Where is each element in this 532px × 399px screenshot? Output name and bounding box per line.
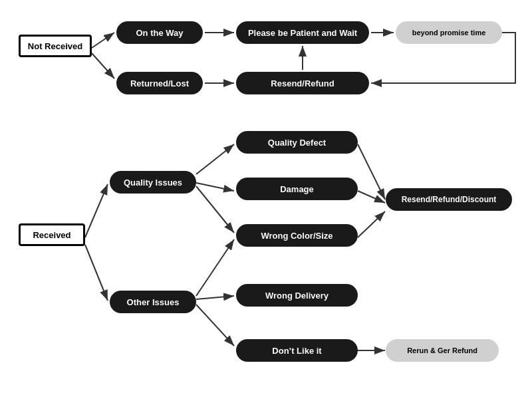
svg-line-3 bbox=[92, 53, 114, 78]
received-node: Received bbox=[19, 223, 85, 246]
svg-line-12 bbox=[196, 186, 234, 233]
please-wait-node: Please be Patient and Wait bbox=[236, 21, 369, 44]
svg-line-8 bbox=[85, 184, 108, 237]
svg-line-15 bbox=[196, 305, 234, 346]
other-issues-node: Other Issues bbox=[110, 291, 196, 313]
on-the-way-node: On the Way bbox=[116, 21, 203, 44]
returned-lost-node: Returned/Lost bbox=[116, 72, 203, 94]
wrong-color-node: Wrong Color/Size bbox=[236, 224, 358, 247]
svg-line-2 bbox=[92, 33, 114, 48]
svg-line-11 bbox=[196, 183, 234, 191]
svg-line-10 bbox=[196, 144, 234, 174]
beyond-promise-node: beyond promise time bbox=[396, 21, 502, 44]
return-refund-node: Rerun & Ger Refund bbox=[386, 339, 499, 362]
wrong-delivery-node: Wrong Delivery bbox=[236, 284, 358, 307]
not-received-node: Not Received bbox=[19, 35, 92, 57]
resend-discount-node: Resend/Refund/Discount bbox=[386, 188, 512, 211]
svg-line-16 bbox=[358, 144, 385, 200]
svg-line-13 bbox=[196, 296, 234, 299]
svg-line-18 bbox=[358, 211, 385, 237]
resend-refund-top-node: Resend/Refund bbox=[236, 72, 369, 94]
dont-like-node: Don’t Like it bbox=[236, 339, 358, 362]
quality-issues-node: Quality Issues bbox=[110, 171, 196, 194]
quality-defect-node: Quality Defect bbox=[236, 131, 358, 154]
svg-line-9 bbox=[85, 245, 108, 301]
svg-line-17 bbox=[358, 191, 385, 203]
svg-line-14 bbox=[196, 239, 234, 296]
damage-node: Damage bbox=[236, 178, 358, 200]
